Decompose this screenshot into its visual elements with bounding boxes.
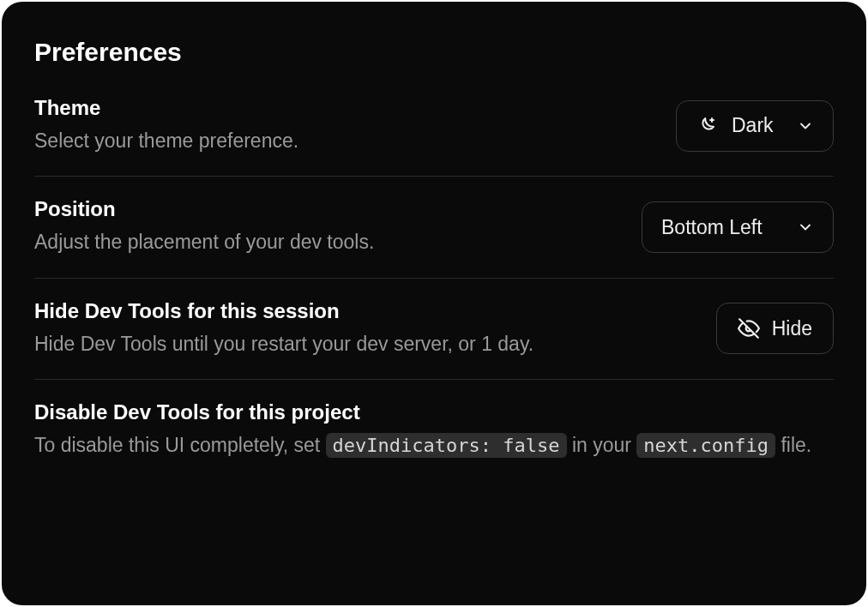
theme-subtitle: Select your theme preference. [34,127,655,155]
row-theme: Theme Select your theme preference. Dark [34,96,834,177]
moon-icon [696,116,716,136]
disable-code-devindicators: devIndicators: false [326,433,567,458]
preferences-panel: Preferences Theme Select your theme pref… [2,2,866,605]
theme-select-label: Dark [732,114,781,137]
chevron-down-icon [797,117,814,135]
row-disable-devtools: Disable Dev Tools for this project To di… [34,380,834,480]
disable-title: Disable Dev Tools for this project [34,400,834,424]
hide-title: Hide Dev Tools for this session [34,299,696,323]
row-theme-text: Theme Select your theme preference. [34,96,655,155]
position-control: Bottom Left [642,201,834,253]
position-title: Position [34,197,621,221]
hide-subtitle: Hide Dev Tools until you restart your de… [34,330,696,358]
disable-sub-pre: To disable this UI completely, set [34,434,326,456]
position-select[interactable]: Bottom Left [642,201,834,253]
disable-subtitle: To disable this UI completely, set devIn… [34,431,834,460]
row-hide-text: Hide Dev Tools for this session Hide Dev… [34,299,696,358]
panel-title: Preferences [34,38,834,67]
hide-button-label: Hide [772,317,812,340]
row-position: Position Adjust the placement of your de… [34,177,834,278]
disable-sub-mid: in your [567,434,637,456]
theme-title: Theme [34,96,655,120]
theme-select[interactable]: Dark [676,100,834,152]
row-hide-devtools: Hide Dev Tools for this session Hide Dev… [34,279,834,380]
disable-sub-post: file. [775,434,811,456]
theme-control: Dark [676,100,834,152]
row-position-text: Position Adjust the placement of your de… [34,197,621,256]
position-select-label: Bottom Left [661,216,781,239]
row-disable-text: Disable Dev Tools for this project To di… [34,400,834,460]
hide-button[interactable]: Hide [716,303,834,354]
chevron-down-icon [797,219,814,236]
position-subtitle: Adjust the placement of your dev tools. [34,228,621,256]
hide-control: Hide [716,303,834,354]
eye-off-icon [738,317,760,340]
disable-code-nextconfig: next.config [636,433,775,458]
